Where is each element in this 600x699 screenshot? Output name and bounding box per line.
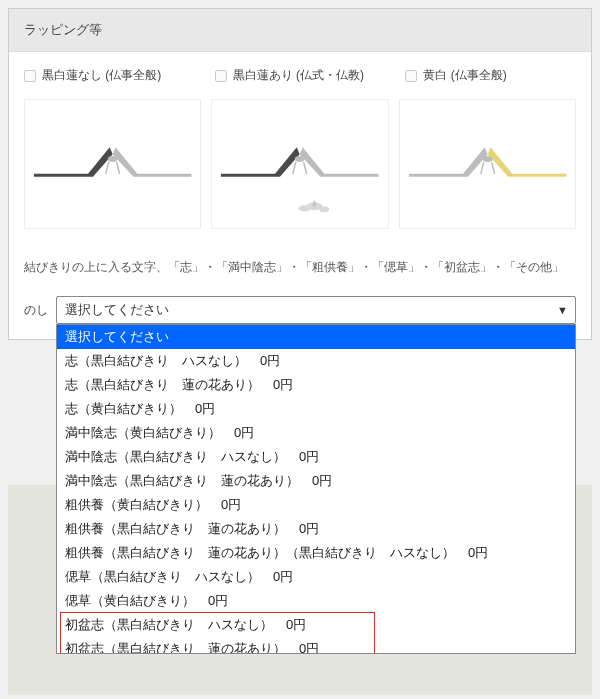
noshi-option-0[interactable]: 黒白蓮なし (仏事全般) [24, 67, 195, 84]
select-row: のし 選択してください ▼ 選択してください志（黒白結びきり ハスなし） 0円志… [24, 296, 576, 324]
radio-icon [24, 70, 36, 82]
noshi-option-1[interactable]: 黒白蓮あり (仏式・仏教) [215, 67, 386, 84]
lotus-icon [299, 200, 330, 212]
panel-title: ラッピング等 [9, 9, 591, 52]
preview-card-0[interactable] [24, 99, 201, 229]
help-text: 結びきりの上に入る文字、「志」・「満中陰志」・「粗供養」・「偲草」・「初盆志」・… [24, 259, 576, 276]
dropdown-item[interactable]: 志（黒白結びきり 蓮の花あり） 0円 [57, 373, 575, 397]
noshi-option-label: 黒白蓮なし (仏事全般) [42, 67, 161, 84]
noshi-option-label: 黒白蓮あり (仏式・仏教) [233, 67, 364, 84]
radio-icon [405, 70, 417, 82]
svg-point-1 [295, 156, 305, 162]
dropdown-item[interactable]: 志（黒白結びきり ハスなし） 0円 [57, 349, 575, 373]
svg-point-4 [320, 206, 330, 212]
dropdown-item[interactable]: 初盆志（黒白結びきり 蓮の花あり） 0円 [57, 637, 575, 654]
ribbon-icon [400, 100, 575, 228]
select-label: のし [24, 302, 48, 319]
dropdown-item[interactable]: 粗供養（黒白結びきり 蓮の花あり） 0円 [57, 517, 575, 541]
chevron-down-icon: ▼ [557, 304, 568, 316]
dropdown-item[interactable]: 粗供養（黄白結びきり） 0円 [57, 493, 575, 517]
dropdown-item[interactable]: 粗供養（黒白結びきり 蓮の花あり）（黒白結びきり ハスなし） 0円 [57, 541, 575, 565]
panel-content: 黒白蓮なし (仏事全般) 黒白蓮あり (仏式・仏教) 黄白 (仏事全般) [9, 52, 591, 339]
dropdown-item[interactable]: 志（黄白結びきり） 0円 [57, 397, 575, 421]
ribbon-icon [25, 100, 200, 228]
dropdown-item[interactable]: 満中陰志（黒白結びきり ハスなし） 0円 [57, 445, 575, 469]
ribbon-icon [212, 100, 387, 228]
noshi-option-row: 黒白蓮なし (仏事全般) 黒白蓮あり (仏式・仏教) 黄白 (仏事全般) [24, 67, 576, 84]
preview-card-1[interactable] [211, 99, 388, 229]
noshi-select[interactable]: 選択してください ▼ [56, 296, 576, 324]
noshi-option-2[interactable]: 黄白 (仏事全般) [405, 67, 576, 84]
noshi-option-label: 黄白 (仏事全般) [423, 67, 506, 84]
select-value: 選択してください [65, 301, 169, 319]
wrapping-panel: ラッピング等 黒白蓮なし (仏事全般) 黒白蓮あり (仏式・仏教) 黄白 (仏事… [8, 8, 592, 340]
select-wrapper: 選択してください ▼ 選択してください志（黒白結びきり ハスなし） 0円志（黒白… [56, 296, 576, 324]
dropdown-item[interactable]: 初盆志（黒白結びきり ハスなし） 0円 [57, 613, 575, 637]
dropdown-item[interactable]: 偲草（黄白結びきり） 0円 [57, 589, 575, 613]
dropdown-item[interactable]: 選択してください [57, 325, 575, 349]
dropdown-item[interactable]: 満中陰志（黄白結びきり） 0円 [57, 421, 575, 445]
radio-icon [215, 70, 227, 82]
svg-point-3 [299, 205, 311, 211]
preview-card-2[interactable] [399, 99, 576, 229]
svg-point-5 [482, 156, 492, 162]
svg-point-0 [108, 156, 118, 162]
noshi-dropdown: 選択してください志（黒白結びきり ハスなし） 0円志（黒白結びきり 蓮の花あり）… [56, 324, 576, 654]
dropdown-item[interactable]: 満中陰志（黒白結びきり 蓮の花あり） 0円 [57, 469, 575, 493]
preview-row [24, 99, 576, 229]
dropdown-item[interactable]: 偲草（黒白結びきり ハスなし） 0円 [57, 565, 575, 589]
